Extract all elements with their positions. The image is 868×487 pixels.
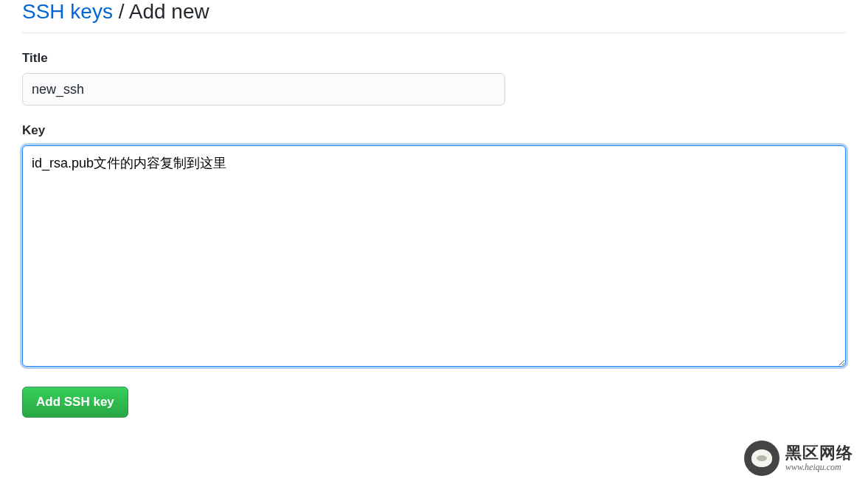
key-label: Key (22, 123, 846, 138)
key-form-group: Key id_rsa.pub文件的内容复制到这里 (22, 123, 846, 369)
breadcrumb-current: Add new (129, 0, 209, 23)
breadcrumb-separator: / (113, 0, 129, 23)
title-label: Title (22, 51, 846, 66)
title-input[interactable] (22, 73, 505, 106)
key-textarea[interactable]: id_rsa.pub文件的内容复制到这里 (22, 145, 846, 367)
title-form-group: Title (22, 51, 846, 106)
page-header: SSH keys / Add new (22, 0, 846, 33)
add-ssh-key-button[interactable]: Add SSH key (22, 387, 128, 418)
ssh-keys-link[interactable]: SSH keys (22, 0, 113, 23)
